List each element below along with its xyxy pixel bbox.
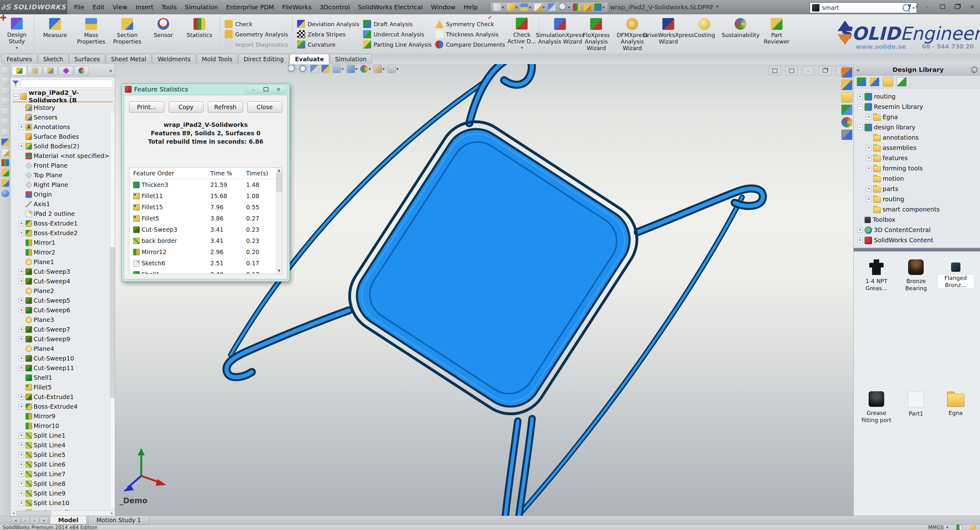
expand-icon[interactable] [866,145,872,151]
scrollbar-thumb[interactable] [277,173,282,191]
library-item[interactable]: 1-4 NPT Greas... [858,259,895,381]
quick-access-button[interactable]: ▾ [534,3,545,11]
expand-icon[interactable] [866,166,872,171]
left-strip-icon[interactable] [1,180,10,187]
feature-tree-item[interactable]: History [11,103,115,113]
resources-icon[interactable] [841,67,853,78]
collapse-icon[interactable] [13,94,18,99]
feature-tree-item[interactable]: iPad 2 outline [11,209,115,219]
chevron-down-icon[interactable]: ▾ [515,5,518,10]
expand-icon[interactable] [19,307,24,313]
tab-feature-tree[interactable] [12,66,27,75]
feature-tree-item[interactable]: Axis1 [11,199,115,209]
ribbon-button[interactable]: FloXpress Analysis Wizard [578,16,614,53]
feature-tree-item[interactable]: Cut-Sweep5 [11,296,115,306]
feature-statistics-dialog[interactable]: Feature Statistics – × Print...CopyRefre… [121,83,290,282]
library-tree-item[interactable]: routing [856,91,979,102]
feature-tree-item[interactable]: Split Line6 [11,460,115,470]
feature-tree-item[interactable]: Split Line5 [11,450,115,460]
ribbon-button[interactable]: Check [224,20,288,28]
feature-tree-item[interactable]: Top Plane [11,170,115,180]
editing-status-icon[interactable] [956,525,962,530]
collapse-pane-icon[interactable]: « [856,67,865,73]
ribbon-tab[interactable]: Direct Editing [238,54,289,64]
left-strip-icon[interactable] [1,169,10,177]
library-item[interactable]: Grease fitting port [858,391,895,512]
ribbon-tab[interactable]: Evaluate [290,54,329,64]
library-item[interactable]: Bronze Bearing [897,259,934,381]
ribbon-button[interactable]: Deviation Analysis [297,20,360,28]
feature-tree-item[interactable]: Plane1 [11,257,115,267]
menu-item[interactable]: Edit [89,2,108,12]
quick-access-button[interactable]: ▾ [493,3,504,11]
refresh-icon[interactable] [897,77,907,86]
feature-tree-item[interactable]: Cut-Extrude1 [11,392,115,402]
ribbon-tab[interactable]: Mold Tools [197,54,238,64]
chevron-down-icon[interactable]: ▾ [16,45,18,51]
feature-tree-item[interactable]: Origin [11,190,115,199]
dialog-button[interactable]: Refresh [208,102,243,113]
feature-tree-item[interactable]: Right Plane [11,180,115,190]
feature-tree-item[interactable]: Material <not specified> [11,151,115,161]
ribbon-tab[interactable]: Simulation [330,54,372,64]
library-item[interactable]: Part1 [897,391,934,512]
feature-tree-item[interactable]: Boss-Extrude2 [11,228,115,238]
expand-icon[interactable] [19,500,24,506]
help-icon[interactable]: ? [908,3,912,10]
dialog-button[interactable]: Print... [129,102,164,113]
feature-tree-item[interactable]: Sensors [11,113,115,122]
ribbon-button[interactable]: Statistics [181,16,218,53]
dialog-maximize-button[interactable] [261,86,271,93]
add-to-library-icon[interactable] [857,78,866,86]
menu-item[interactable]: Enterprise PDM [223,2,278,12]
feature-tree-item[interactable]: Mirror2 [11,248,115,257]
expand-icon[interactable] [19,337,24,342]
quick-access-button[interactable]: ▾ [507,3,518,11]
ribbon-button[interactable]: Geometry Analysis [224,30,288,38]
table-row[interactable]: Fillet15 7.96 0.55 [129,202,282,213]
expand-icon[interactable] [866,197,872,202]
library-tree-item[interactable]: Resemin Library [856,102,979,112]
feature-tree-item[interactable]: Plane4 [11,344,115,353]
pin-icon[interactable] [971,67,977,73]
tree-horizontal-scrollbar[interactable]: ◂ ▸ [11,510,115,516]
menu-item[interactable]: Simulation [181,2,222,12]
library-tree-item[interactable]: design library [856,122,979,132]
expand-icon[interactable] [858,94,863,99]
feature-tree-root[interactable]: wrap_iPad2_V-Solidworks (B [11,91,115,102]
search-input[interactable]: smart [822,4,900,11]
feature-tree-item[interactable]: Boss-Extrude4 [11,402,115,412]
expand-icon[interactable] [19,491,24,496]
quick-access-button[interactable] [548,3,556,11]
feature-tree-item[interactable]: Split Line1 [11,431,115,441]
table-row[interactable]: Sketch6 2.51 0.17 [129,258,282,269]
expand-icon[interactable] [19,327,24,332]
library-tree-item[interactable]: Egna [856,112,979,122]
quick-access-button[interactable] [584,3,591,11]
filter-icon[interactable] [13,81,19,87]
expand-icon[interactable] [19,144,24,149]
expand-icon[interactable] [19,452,24,458]
ribbon-button[interactable]: Sensor [145,16,181,53]
ribbon-button[interactable]: DriveWorksXpress Wizard [650,16,686,53]
ribbon-button[interactable]: SimulationXpress Analysis Wizard [542,16,578,53]
expand-icon[interactable] [858,238,863,243]
menu-item[interactable]: Insert [132,2,157,12]
quick-access-button[interactable]: ▾ [520,3,531,11]
dialog-button[interactable]: Close [247,102,283,113]
search-box[interactable]: smart ▾ [810,2,917,13]
feature-tree-item[interactable]: Cut-Sweep4 [11,277,115,286]
expand-icon[interactable] [866,186,872,192]
table-row[interactable]: Thicken3 21.59 1.48 [129,179,282,190]
chevron-down-icon[interactable]: ▾ [916,4,918,9]
new-window-button[interactable] [952,3,963,11]
expand-icon[interactable] [19,471,24,477]
expand-icon[interactable] [19,462,24,467]
expand-icon[interactable] [19,442,24,448]
design-study-button[interactable]: Design Study ▾ [2,16,32,53]
expand-icon[interactable] [858,228,863,232]
feature-tree-item[interactable]: Boss-Extrude1 [11,219,115,228]
scroll-down-icon[interactable]: ▼ [278,268,280,274]
feature-tree-item[interactable]: Annotations [11,122,115,132]
tab-property-manager[interactable] [27,66,42,75]
